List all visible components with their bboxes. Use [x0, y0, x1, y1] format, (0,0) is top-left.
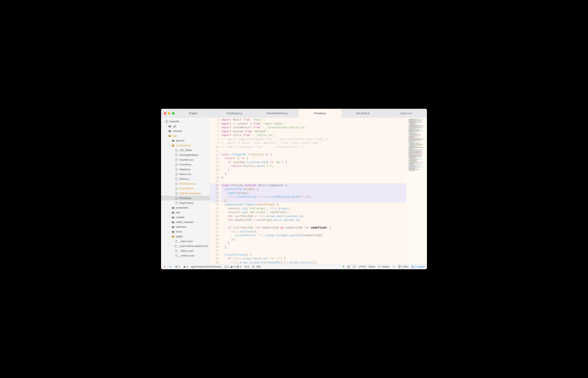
chevron-icon[interactable]: ⌄ — [162, 120, 165, 122]
chevron-icon[interactable]: › — [165, 125, 168, 127]
line-number[interactable]: 20 — [210, 183, 219, 187]
chevron-icon[interactable]: › — [169, 221, 172, 223]
line-number[interactable]: 6 — [210, 129, 219, 133]
tree-item-_base-scss[interactable]: _base.scss — [161, 239, 210, 243]
encoding[interactable]: UTF-8 — [359, 265, 366, 268]
grammar[interactable]: Babel — [369, 265, 375, 268]
minimize-window-button[interactable] — [168, 112, 171, 115]
tree-item-closingmodal-js[interactable]: ClosingModal.js — [161, 152, 210, 157]
chevron-icon[interactable]: ⌄ — [169, 144, 172, 147]
code-line[interactable] — [221, 222, 406, 226]
line-number[interactable]: 10 — [210, 145, 219, 149]
code-line[interactable]: }); — [221, 237, 406, 241]
chevron-icon[interactable]: › — [169, 226, 172, 228]
chevron-icon[interactable]: ⌄ — [165, 135, 168, 137]
code-line[interactable]: constructor(props) { — [221, 187, 406, 191]
chevron-icon[interactable]: › — [169, 216, 172, 218]
code-line[interactable] — [221, 249, 406, 253]
tree-item-preview-js[interactable]: Preview.js — [161, 196, 210, 201]
diagnostics-errors[interactable]: 0 — [175, 265, 180, 268]
diagnostics-warnings[interactable]: 0 — [183, 265, 188, 268]
line-number[interactable]: 5 — [210, 125, 219, 129]
editor[interactable]: 3456789101112131415161718192021222324252… — [210, 118, 427, 264]
tree-item-app[interactable]: ⌄app — [161, 133, 210, 138]
tab-patchboard-js[interactable]: Patchboard.js — [213, 109, 256, 118]
line-number[interactable]: 14 — [210, 160, 219, 164]
line-number[interactable]: 15 — [210, 164, 219, 168]
tree-item-reducers[interactable]: ›reducers — [161, 224, 210, 229]
code-line[interactable]: return history.push('/'); — [221, 164, 406, 168]
changed-files[interactable]: 2 files — [398, 265, 408, 268]
tree-item-counter-css[interactable]: Counter.css — [161, 157, 210, 162]
code-line[interactable]: super(props); — [221, 191, 406, 195]
line-number[interactable]: 26 — [210, 206, 219, 210]
line-number[interactable]: 21 — [210, 187, 219, 191]
pulse-icon[interactable] — [169, 265, 172, 268]
code-line[interactable]: const changeURL = history => { — [221, 152, 406, 157]
code-line[interactable]: if (currPatchID !== newPatchID && newPat… — [221, 226, 406, 230]
line-number[interactable]: 25 — [210, 202, 219, 206]
tree-item--ds_store[interactable]: .DS_Store — [161, 148, 210, 152]
code-line[interactable]: import stateReturn from '../store/state-… — [221, 125, 406, 129]
code-line[interactable]: import { connect } from 'react-redux'; — [221, 122, 406, 126]
line-number[interactable]: 11 — [210, 148, 219, 152]
line-number[interactable]: 32 — [210, 230, 219, 234]
line-number[interactable]: 38 — [210, 253, 219, 257]
code-line[interactable]: // import updatePatchBody from '../actio… — [221, 137, 406, 141]
tree-item-components[interactable]: ⌄components — [161, 143, 210, 148]
line-number[interactable]: 35 — [210, 241, 219, 245]
flame-icon[interactable] — [163, 265, 166, 268]
line-number[interactable]: 16 — [210, 168, 219, 172]
file-tree[interactable]: ⌄bramble›.git›.vscode⌄app›actions⌄compon… — [161, 118, 210, 264]
line-number[interactable]: 12 — [210, 152, 219, 157]
tree-item-actions[interactable]: ›actions — [161, 138, 210, 143]
code-line[interactable]: currentPatch: this.props.bramble.patches… — [221, 233, 406, 237]
code-content[interactable]: import React from 'react';import { conne… — [221, 118, 406, 264]
selection-info[interactable]: (5, 138) — [252, 265, 261, 268]
chevron-icon[interactable]: › — [169, 139, 172, 142]
tab-_base-scss[interactable]: _base.scss — [384, 109, 427, 118]
code-line[interactable]: console.log('old props', this.props); — [221, 206, 406, 210]
chevron-icon[interactable]: ⌄ — [169, 235, 172, 238]
line-number[interactable]: 3 — [210, 118, 219, 122]
code-line[interactable]: import utils from '../utils.js'; — [221, 133, 406, 137]
line-number[interactable]: 33 — [210, 233, 219, 237]
code-line[interactable]: // import { Route, Link, NavLink } from … — [221, 141, 406, 145]
line-number[interactable]: 4 — [210, 122, 219, 126]
code-line[interactable]: }; — [221, 172, 406, 176]
line-number[interactable]: 30 — [210, 222, 219, 226]
code-line[interactable]: let currPatchID = this.props.match.param… — [221, 214, 406, 218]
chevron-icon[interactable]: › — [169, 211, 172, 214]
code-line[interactable]: } — [221, 168, 406, 172]
code-line[interactable]: console.log('new props', nextProps); — [221, 210, 406, 214]
tree-item-node_modules[interactable]: ›node_modules — [161, 220, 210, 224]
tree-item-dist[interactable]: ›dist — [161, 210, 210, 215]
line-number[interactable]: 23 — [210, 195, 219, 199]
tree-item-counter-js[interactable]: Counter.js — [161, 162, 210, 167]
tree-item--vscode[interactable]: ›.vscode — [161, 129, 210, 133]
line-number[interactable]: 34 — [210, 237, 219, 241]
tree-item--git[interactable]: ›.git — [161, 124, 210, 129]
tree-item-_mixins-scss[interactable]: _mixins.scss — [161, 253, 210, 258]
code-line[interactable]: let newPatchID = nextProps.match.params.… — [221, 218, 406, 222]
tree-item-_inbox-scss[interactable]: _inbox.scss — [161, 248, 210, 253]
code-line[interactable]: return () => { — [221, 156, 406, 160]
code-line[interactable]: if (this.props.match.url != '/') { — [221, 256, 406, 260]
line-number[interactable]: 36 — [210, 245, 219, 249]
tree-item-store[interactable]: ›store — [161, 229, 210, 234]
line-number[interactable]: 28 — [210, 214, 219, 218]
line-number[interactable]: 8 — [210, 137, 219, 141]
minimap[interactable] — [406, 118, 427, 264]
line-number[interactable]: 9 — [210, 141, 219, 145]
line-number[interactable]: 24 — [210, 199, 219, 203]
git-branch[interactable]: master — [378, 265, 389, 268]
chevron-icon[interactable]: › — [169, 206, 172, 209]
line-number[interactable]: 7 — [210, 133, 219, 137]
cursor-position[interactable]: 24:4 — [244, 265, 249, 268]
tree-item-patchedit-js[interactable]: PatchEdit.js — [161, 186, 210, 191]
code-line[interactable]: this.props.dispatch(changeURL(this.props… — [221, 260, 406, 264]
tree-item-home-css[interactable]: Home.css — [161, 172, 210, 176]
code-line[interactable]: } — [221, 241, 406, 245]
code-line[interactable]: if (window.location.hash != '#/') { — [221, 160, 406, 164]
chevron-icon[interactable]: › — [169, 230, 172, 233]
